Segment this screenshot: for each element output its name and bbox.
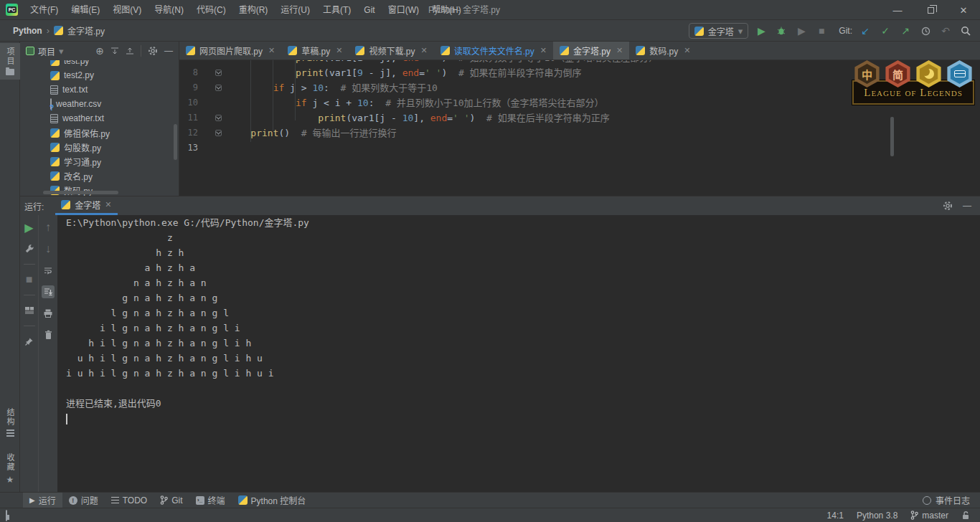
git-update-icon[interactable]: ↙ bbox=[858, 24, 872, 38]
toolbar-terminal-button[interactable]: ›_ 终端 bbox=[189, 493, 232, 508]
menu-item[interactable]: Git bbox=[357, 0, 381, 20]
event-log-button[interactable]: 事件日志 bbox=[923, 494, 980, 506]
editor-tab[interactable]: 视频下载.py✕ bbox=[349, 42, 433, 60]
breadcrumb-project[interactable]: Python bbox=[13, 26, 42, 36]
tree-file-row[interactable]: ?weather.csv bbox=[20, 97, 179, 111]
stripe-project-button[interactable]: 项目 bbox=[0, 43, 20, 80]
code-token: print bbox=[250, 128, 278, 138]
print-icon[interactable] bbox=[42, 307, 55, 320]
stripe-favorites-button[interactable]: 收藏 ★ bbox=[0, 449, 20, 489]
close-icon[interactable]: ✕ bbox=[105, 200, 111, 209]
caret-position[interactable]: 14:1 bbox=[827, 511, 844, 521]
close-icon[interactable]: ✕ bbox=[540, 46, 547, 55]
pin-icon[interactable] bbox=[23, 335, 36, 348]
tool-window-switcher-icon[interactable] bbox=[6, 510, 7, 521]
restore-button[interactable] bbox=[914, 0, 947, 20]
code-token: # 如果在后半段字符串为正序 bbox=[486, 113, 610, 123]
close-icon[interactable]: ✕ bbox=[420, 46, 427, 55]
toolbar-run-button[interactable]: ▶ 运行 bbox=[23, 493, 62, 508]
close-icon[interactable]: ✕ bbox=[684, 46, 690, 55]
close-icon[interactable]: ✕ bbox=[616, 46, 623, 55]
tree-file-row[interactable]: text.txt bbox=[20, 82, 179, 97]
file-name: weather.txt bbox=[62, 113, 104, 123]
tree-file-row[interactable]: test2.py bbox=[20, 68, 179, 82]
code-token: print bbox=[318, 113, 346, 123]
fold-marker-icon[interactable] bbox=[215, 130, 222, 136]
tree-file-row[interactable]: 勾股数.py bbox=[20, 140, 179, 154]
fold-marker-icon[interactable] bbox=[215, 85, 222, 91]
code-token bbox=[228, 60, 296, 63]
fold-marker-icon[interactable] bbox=[215, 70, 222, 76]
menu-item[interactable]: 运行(U) bbox=[274, 0, 316, 20]
close-button[interactable]: ✕ bbox=[947, 0, 980, 20]
stripe-structure-button[interactable]: 结构 bbox=[0, 404, 20, 441]
menu-item[interactable]: 视图(V) bbox=[106, 0, 148, 20]
scroll-to-end-icon[interactable] bbox=[42, 285, 55, 298]
rerun-button[interactable]: ▶ bbox=[23, 221, 36, 234]
folder-icon bbox=[6, 69, 14, 75]
run-tool-window: 运行: 金字塔 ✕ — ▶ ■ ↑ ↓ bbox=[20, 196, 980, 492]
git-commit-icon[interactable]: ✓ bbox=[878, 24, 892, 38]
editor-tab[interactable]: 数码.py✕ bbox=[629, 42, 697, 60]
hide-panel-icon[interactable]: — bbox=[963, 201, 971, 211]
fold-marker-icon[interactable] bbox=[215, 115, 222, 121]
history-clock-icon[interactable] bbox=[918, 24, 933, 38]
menu-item[interactable]: 编辑(E) bbox=[65, 0, 106, 20]
toolbar-problems-button[interactable]: ! 问题 bbox=[62, 493, 105, 508]
run-configuration-select[interactable]: 金字塔 ▾ bbox=[689, 23, 749, 39]
tree-file-row[interactable]: 佛祖保佑.py bbox=[20, 125, 179, 140]
code-token bbox=[228, 98, 296, 108]
locate-file-icon[interactable]: ⊕ bbox=[95, 45, 104, 57]
tree-file-row[interactable]: weather.txt bbox=[20, 111, 179, 125]
settings-gear-icon[interactable] bbox=[148, 46, 158, 56]
run-button[interactable]: ▶ bbox=[754, 24, 768, 38]
input-method-toolbar[interactable]: 中 简 League of Legends bbox=[852, 60, 974, 108]
expand-all-icon[interactable] bbox=[110, 47, 119, 55]
tree-file-row[interactable]: 学习通.py bbox=[20, 154, 179, 169]
minimize-button[interactable]: — bbox=[881, 0, 914, 20]
debug-button[interactable] bbox=[774, 24, 788, 38]
python-file-icon bbox=[50, 60, 60, 66]
collapse-all-icon[interactable] bbox=[126, 47, 134, 55]
menu-item[interactable]: 重构(R) bbox=[232, 0, 275, 20]
git-branch-indicator[interactable]: master bbox=[910, 511, 948, 521]
editor-tab[interactable]: 读取文件夹文件名.py✕ bbox=[434, 42, 553, 60]
run-console[interactable]: E:\Python\python.exe G:/代码/Python/金字塔.py… bbox=[57, 215, 980, 492]
line-number: 13 bbox=[179, 141, 198, 156]
project-panel-title[interactable]: 项目 ▾ bbox=[26, 45, 64, 57]
restore-layout-icon[interactable] bbox=[23, 304, 36, 317]
settings-gear-icon[interactable] bbox=[943, 201, 953, 211]
wrench-settings-icon[interactable] bbox=[23, 242, 36, 255]
toolbar-todo-button[interactable]: TODO bbox=[105, 493, 154, 508]
tree-horizontal-scrollbar[interactable] bbox=[43, 191, 118, 194]
clear-console-trash-icon[interactable] bbox=[42, 328, 55, 341]
editor-tab[interactable]: 网页图片爬取.py✕ bbox=[179, 42, 281, 60]
close-icon[interactable]: ✕ bbox=[268, 46, 275, 55]
lock-icon[interactable] bbox=[961, 511, 970, 520]
git-push-icon[interactable]: ↗ bbox=[898, 24, 913, 38]
hide-panel-icon[interactable]: — bbox=[164, 46, 173, 56]
code-token: ) bbox=[441, 60, 458, 63]
tree-vertical-scrollbar[interactable] bbox=[174, 124, 177, 160]
tree-file-row[interactable]: test.py bbox=[20, 60, 179, 68]
menu-item[interactable]: 文件(F) bbox=[24, 0, 65, 20]
breadcrumb-file[interactable]: 金字塔.py bbox=[67, 24, 105, 37]
run-tab[interactable]: 金字塔 ✕ bbox=[55, 196, 117, 215]
rollback-icon[interactable]: ↶ bbox=[938, 24, 953, 38]
status-bar: 14:1 Python 3.8 master bbox=[0, 508, 980, 522]
menu-item[interactable]: 窗口(W) bbox=[382, 0, 425, 20]
editor-scrollbar[interactable] bbox=[890, 117, 894, 156]
tree-file-row[interactable]: 改名.py bbox=[20, 169, 179, 183]
search-icon[interactable] bbox=[958, 24, 973, 38]
window-title: Python - 金字塔.py bbox=[428, 0, 500, 20]
toolbar-python-console-button[interactable]: Python 控制台 bbox=[232, 493, 313, 508]
menu-item[interactable]: 工具(T) bbox=[316, 0, 357, 20]
toolbar-git-button[interactable]: Git bbox=[154, 493, 189, 508]
editor-tab[interactable]: 草稿.py✕ bbox=[281, 42, 349, 60]
menu-item[interactable]: 代码(C) bbox=[190, 0, 232, 20]
menu-item[interactable]: 导航(N) bbox=[148, 0, 190, 20]
editor-tab[interactable]: 金字塔.py✕ bbox=[553, 42, 629, 60]
soft-wrap-icon[interactable] bbox=[42, 264, 55, 277]
interpreter-indicator[interactable]: Python 3.8 bbox=[857, 511, 897, 521]
close-icon[interactable]: ✕ bbox=[336, 46, 342, 55]
